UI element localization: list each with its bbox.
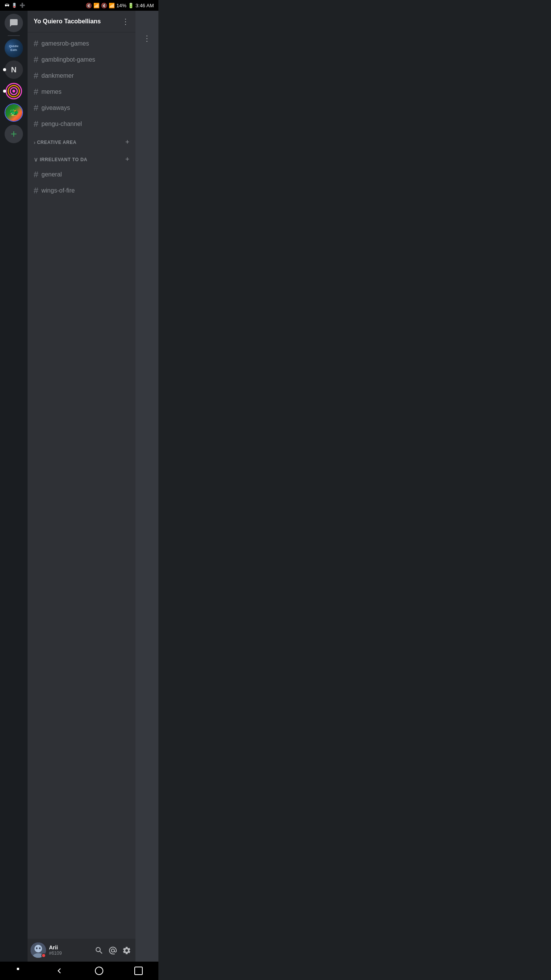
svg-rect-11 — [135, 967, 142, 975]
server-header: Yo Quiero Tacobellians ⋮ — [28, 11, 135, 33]
svg-point-7 — [36, 947, 37, 949]
category-irrelevant-to-da[interactable]: ∨ IRRELEVANT TO DA + — [28, 149, 135, 167]
server-target[interactable] — [5, 82, 23, 100]
channel-hash-icon: # — [34, 170, 38, 179]
notification-dot — [3, 68, 6, 71]
category-name: IRRELEVANT TO DA — [40, 157, 87, 162]
category-arrow-icon: › — [34, 139, 36, 145]
right-panel: ⋮ — [135, 11, 158, 962]
channel-item-gamesrob-games[interactable]: # gamesrob-games — [28, 36, 135, 52]
mention-button[interactable] — [106, 944, 119, 956]
server-yo-quiero[interactable]: 🐲 — [5, 103, 23, 122]
server-messages[interactable] — [5, 14, 23, 32]
channel-hash-icon: # — [34, 104, 38, 112]
search-messages-button[interactable] — [93, 944, 105, 956]
channel-name: dankmemer — [41, 72, 73, 79]
channel-hash-icon: # — [34, 120, 38, 128]
status-dnd-indicator — [41, 953, 46, 958]
channel-name: pengu-channel — [41, 121, 82, 127]
mute-icon: 🔇 — [86, 3, 92, 8]
user-avatar-wrapper — [31, 942, 46, 958]
status-right: 🔇 📶 🔇 📶 14% 🔋 3:46 AM — [86, 3, 154, 8]
battery-percent: 14% — [116, 3, 126, 8]
channel-item-dankmemer[interactable]: # dankmemer — [28, 68, 135, 84]
status-bar: 🕶 🪫 ➕ 🔇 📶 🔇 📶 14% 🔋 3:46 AM — [0, 0, 158, 11]
channel-name: general — [41, 171, 62, 178]
signal-icon: 📶 — [109, 3, 115, 8]
svg-point-8 — [39, 947, 41, 949]
channel-name: giveaways — [41, 105, 70, 111]
category-arrow-icon: ∨ — [34, 156, 38, 163]
nav-square-button[interactable] — [11, 962, 29, 980]
glasses-icon: 🕶 — [5, 3, 9, 8]
category-name: CREATIVE AREA — [37, 140, 77, 145]
nav-recents-button[interactable] — [129, 962, 148, 980]
user-tag: #6109 — [49, 951, 90, 956]
clock: 3:46 AM — [135, 3, 154, 8]
channel-name: gamesrob-games — [41, 40, 89, 47]
sim-icon: 🔇 — [101, 3, 107, 8]
server-menu-button[interactable]: ⋮ — [122, 17, 129, 26]
battery-icon: 🔋 — [128, 3, 134, 8]
server-middle-earth[interactable]: QiddleEath — [5, 39, 23, 57]
channel-item-wings-of-fire[interactable]: # wings-of-fire — [28, 183, 135, 199]
svg-point-10 — [95, 967, 103, 975]
server-divider — [8, 35, 20, 36]
n-letter: N — [11, 65, 16, 74]
app-container: QiddleEath N 🐲 — [0, 11, 158, 962]
channel-name: memes — [41, 88, 61, 95]
channel-item-gamblingbot-games[interactable]: # gamblingbot-games — [28, 52, 135, 68]
channel-item-general[interactable]: # general — [28, 167, 135, 183]
channel-hash-icon: # — [34, 88, 38, 96]
channel-hash-icon: # — [34, 56, 38, 64]
category-add-button[interactable]: + — [125, 138, 129, 146]
channel-sidebar: Yo Quiero Tacobellians ⋮ # gamesrob-game… — [28, 11, 135, 962]
svg-rect-9 — [17, 968, 19, 970]
wifi-icon: 📶 — [93, 3, 99, 8]
channel-hash-icon: # — [34, 186, 38, 195]
category-add-button[interactable]: + — [125, 155, 129, 163]
settings-button[interactable] — [120, 944, 132, 956]
user-area: Arii #6109 — [28, 939, 135, 962]
nav-back-button[interactable] — [50, 962, 68, 980]
channel-list: # gamesrob-games # gamblingbot-games # d… — [28, 33, 135, 939]
channel-hash-icon: # — [34, 39, 38, 48]
channel-hash-icon: # — [34, 72, 38, 80]
channel-item-memes[interactable]: # memes — [28, 84, 135, 100]
user-info: Arii #6109 — [49, 944, 90, 956]
notification-dot-2 — [3, 90, 6, 93]
add-icon: ➕ — [20, 3, 25, 8]
channel-item-giveaways[interactable]: # giveaways — [28, 100, 135, 116]
bullseye-icon — [5, 83, 22, 100]
channel-name: gamblingbot-games — [41, 56, 95, 63]
server-n[interactable]: N — [5, 60, 23, 79]
add-server-button[interactable] — [5, 125, 23, 143]
channel-name: wings-of-fire — [41, 187, 75, 194]
server-sidebar: QiddleEath N 🐲 — [0, 11, 28, 962]
nav-home-button[interactable] — [90, 962, 108, 980]
right-panel-menu[interactable]: ⋮ — [143, 34, 151, 43]
category-creative-area[interactable]: › CREATIVE AREA + — [28, 132, 135, 149]
svg-point-5 — [34, 945, 42, 952]
server-name: Yo Quiero Tacobellians — [34, 18, 122, 25]
username: Arii — [49, 944, 90, 951]
svg-point-3 — [12, 90, 15, 92]
battery-low-icon: 🪫 — [11, 3, 17, 8]
channel-item-pengu-channel[interactable]: # pengu-channel — [28, 116, 135, 132]
user-actions — [93, 944, 132, 956]
status-left: 🕶 🪫 ➕ — [5, 3, 25, 8]
nav-bar — [0, 962, 158, 980]
